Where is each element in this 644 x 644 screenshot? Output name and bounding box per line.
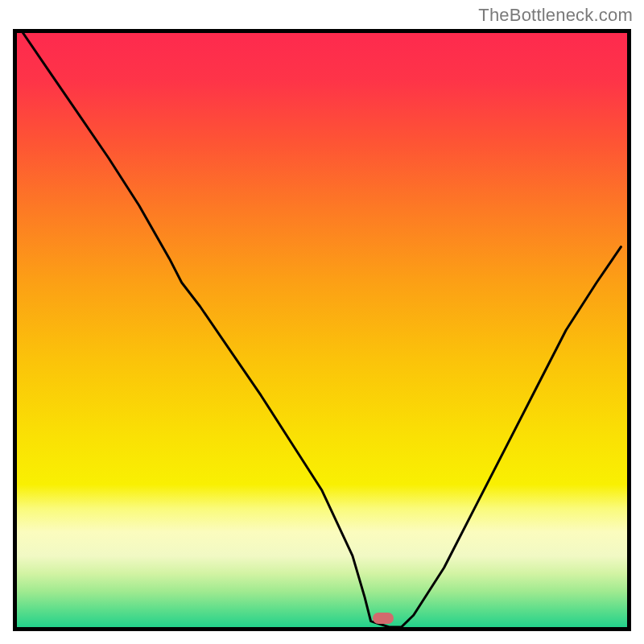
watermark-text: TheBottleneck.com — [478, 5, 633, 26]
chart-axes-border — [13, 29, 631, 631]
